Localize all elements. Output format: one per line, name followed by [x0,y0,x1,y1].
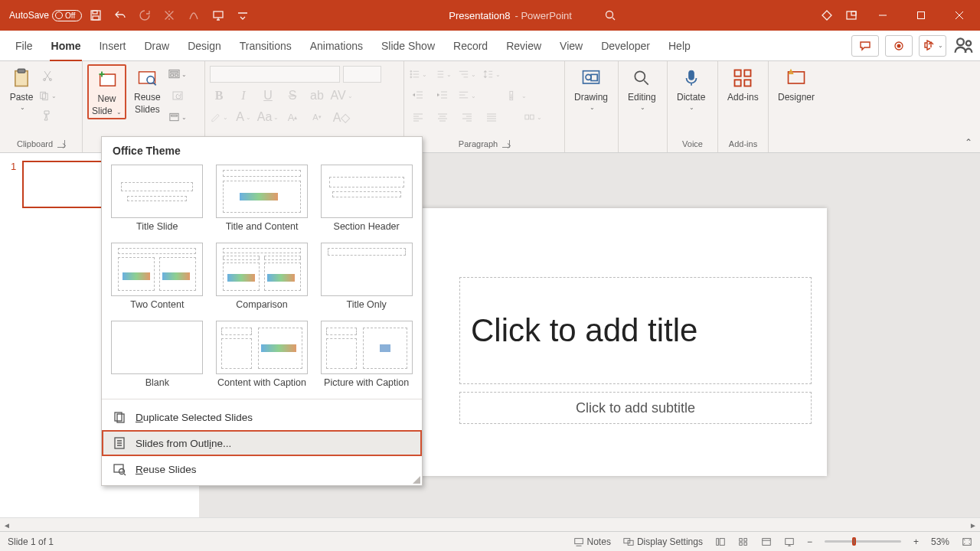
slideshow-view-icon[interactable] [784,536,795,547]
line-spacing-icon[interactable]: ⌄ [482,66,501,83]
reuse-slides-button[interactable]: Reuse Slides [129,64,165,116]
layout-icon[interactable]: ⌄ [168,66,187,83]
reading-view-icon[interactable] [761,536,772,547]
tab-review[interactable]: Review [497,31,550,61]
tab-record[interactable]: Record [444,31,497,61]
tab-developer[interactable]: Developer [592,31,659,61]
new-slide-button[interactable]: New Slide ⌄ [87,64,126,119]
resize-grip-icon[interactable] [413,476,420,484]
align-right-icon[interactable] [458,109,476,126]
share-button[interactable]: ⌄ [919,35,946,57]
font-size-combo[interactable] [343,66,381,83]
layout-section-header[interactable]: Section Header [318,165,414,233]
bold-icon[interactable]: B [210,87,228,104]
layout-title-content[interactable]: Title and Content [214,165,310,233]
horizontal-scrollbar[interactable]: ◄ ► [0,517,980,531]
shrink-font-icon[interactable]: A▾ [308,109,326,126]
format-painter-icon[interactable] [38,107,57,124]
tab-file[interactable]: File [6,31,42,61]
editing-button[interactable]: Editing⌄ [623,64,661,112]
slide-thumbnail-1[interactable] [22,161,103,208]
tab-draw[interactable]: Draw [135,31,178,61]
tab-animations[interactable]: Animations [301,31,372,61]
notes-button[interactable]: Notes [573,536,611,547]
justify-icon[interactable] [482,109,501,126]
inc-indent-icon[interactable] [433,87,452,104]
designer-button[interactable]: Designer [773,64,819,104]
touch-mode-icon[interactable] [183,5,204,26]
title-placeholder[interactable]: Click to add title [459,277,812,384]
close-button[interactable] [942,0,977,31]
sorter-view-icon[interactable] [738,536,749,547]
collapse-ribbon-icon[interactable]: ⌃ [965,137,972,148]
scroll-right-icon[interactable]: ► [966,518,980,532]
zoom-slider[interactable] [825,540,901,543]
paragraph-launcher-icon[interactable] [502,140,510,148]
account-icon[interactable] [952,35,974,57]
layout-title-slide[interactable]: Title Slide [109,165,205,233]
change-case-icon[interactable]: Aa⌄ [259,109,277,126]
bullets-icon[interactable]: ⌄ [409,66,427,83]
minimize-button[interactable] [865,0,900,31]
tab-insert[interactable]: Insert [90,31,135,61]
zoom-value[interactable]: 53% [931,536,949,547]
font-name-combo[interactable] [210,66,340,83]
tab-view[interactable]: View [550,31,592,61]
qat-more-icon[interactable] [232,5,253,26]
clear-formatting-icon[interactable]: A◇ [332,109,351,126]
character-spacing-icon[interactable]: AV⌄ [332,87,351,104]
align-left-icon[interactable] [409,109,427,126]
layout-title-only[interactable]: Title Only [318,243,414,311]
clipboard-launcher-icon[interactable] [57,140,65,148]
tab-transitions[interactable]: Transitions [230,31,301,61]
dictate-button[interactable]: Dictate⌄ [672,64,710,112]
dec-indent-icon[interactable] [409,87,427,104]
repeat-icon[interactable] [158,5,180,26]
layout-picture-caption[interactable]: Picture with Caption [318,321,414,390]
normal-view-icon[interactable] [715,536,726,547]
paste-button[interactable]: Paste⌄ [5,64,38,112]
copy-icon[interactable]: ⌄ [38,87,57,104]
align-center-icon[interactable] [433,109,452,126]
display-settings-button[interactable]: Display Settings [623,536,703,547]
tab-home[interactable]: Home [42,31,90,61]
shadow-icon[interactable]: ab [308,87,326,104]
duplicate-slides-item[interactable]: Duplicate Selected Slides [102,404,422,430]
undo-icon[interactable] [109,5,131,26]
slides-from-outline-item[interactable]: Slides from Outline... [102,430,422,456]
slideshow-icon[interactable] [207,5,229,26]
smartart-icon[interactable]: ⌄ [524,109,542,126]
tab-help[interactable]: Help [659,31,700,61]
scroll-left-icon[interactable]: ◄ [0,518,14,532]
highlight-icon[interactable]: ⌄ [210,109,228,126]
addins-button[interactable]: Add-ins [723,64,763,104]
grow-font-icon[interactable]: A▴ [283,109,302,126]
window-layout-icon[interactable] [841,5,862,26]
subtitle-placeholder[interactable]: Click to add subtitle [459,392,812,424]
maximize-button[interactable] [903,0,939,31]
list-level-icon[interactable]: ⌄ [458,66,476,83]
reuse-slides-item[interactable]: Reuse Slides [102,456,422,482]
zoom-out-button[interactable]: − [807,536,812,547]
cut-icon[interactable] [38,67,57,84]
drawing-button[interactable]: Drawing⌄ [570,64,612,112]
numbering-icon[interactable]: ⌄ [433,66,452,83]
autosave-toggle[interactable]: Off [52,10,82,21]
section-icon[interactable]: ⌄ [168,109,187,126]
font-color-icon[interactable]: A⌄ [234,109,253,126]
comments-button[interactable] [851,35,879,57]
layout-blank[interactable]: Blank [109,321,205,390]
text-direction-icon[interactable]: ⌄ [508,87,527,104]
save-icon[interactable] [85,5,106,26]
tab-design[interactable]: Design [178,31,230,61]
redo-icon[interactable] [134,5,155,26]
slide-canvas[interactable]: Click to add title Click to add subtitle [352,208,827,476]
tab-slideshow[interactable]: Slide Show [372,31,444,61]
search-icon[interactable] [599,5,621,26]
diamond-icon[interactable] [816,5,838,26]
align-text-icon[interactable]: ⌄ [458,87,476,104]
layout-content-caption[interactable]: Content with Caption [214,321,310,390]
zoom-in-button[interactable]: + [913,536,919,547]
layout-two-content[interactable]: Two Content [109,243,205,311]
strike-icon[interactable]: S [283,87,302,104]
